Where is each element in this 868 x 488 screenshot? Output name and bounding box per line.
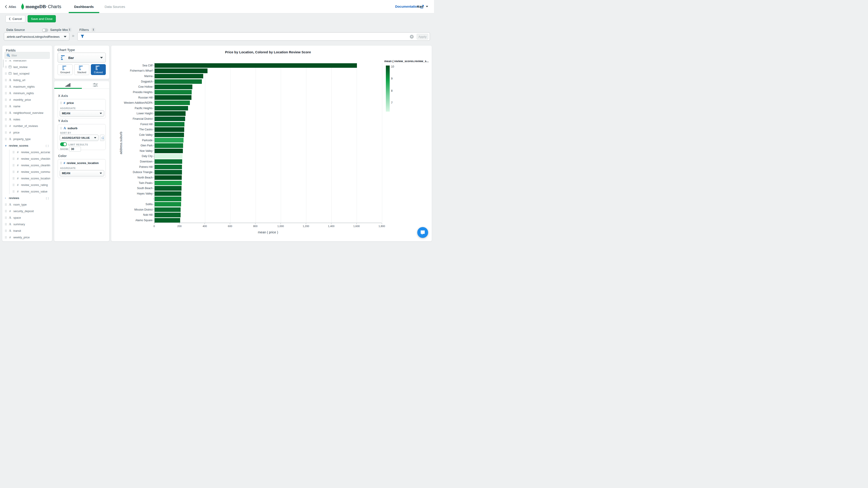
sample-mode-info-icon[interactable]: i [68, 28, 71, 32]
x-axis-field-chip[interactable]: # price [60, 101, 74, 105]
field-item-review_scores_accuracy[interactable]: #review_scores_accuracy [4, 149, 50, 156]
bar-dogpatch [155, 79, 202, 84]
chat-launcher-button[interactable] [417, 227, 428, 238]
string-type-icon: A [8, 104, 12, 108]
drag-handle-icon [5, 230, 7, 232]
field-item-review_scores_cleanliness[interactable]: #review_scores_cleanliness [4, 162, 50, 168]
drag-handle-icon [5, 66, 7, 68]
chevron-down-icon[interactable]: ∨ [5, 144, 7, 147]
y-label: Hayes Valley [112, 191, 154, 196]
field-item-summary[interactable]: Asummary [4, 221, 50, 228]
string-type-icon: A [8, 60, 12, 62]
filters-info-icon[interactable]: i [92, 28, 95, 32]
field-label: review_scores [9, 144, 28, 147]
bar-the-castro [155, 127, 184, 132]
field-item-property_type[interactable]: Aproperty_type [4, 136, 50, 142]
cancel-button[interactable]: Cancel [5, 15, 25, 22]
subtype-colored-button[interactable]: Colored [91, 64, 106, 75]
field-item-neighborhood_overview[interactable]: Aneighborhood_overview [4, 109, 50, 116]
field-item-transit[interactable]: Atransit [4, 228, 50, 234]
chart-bars-icon [66, 83, 70, 87]
field-item-space[interactable]: Aspace [4, 215, 50, 221]
field-item-review_scores[interactable]: ∨review_scores{ } [4, 142, 50, 149]
sort-by-value: AGGREGATED VALUE [62, 136, 90, 139]
field-item-interaction[interactable]: Ainteraction [4, 60, 50, 64]
apply-button[interactable]: Apply [416, 34, 428, 39]
field-item-monthly_price[interactable]: #monthly_price [4, 96, 50, 103]
field-item-security_deposit[interactable]: #security_deposit [4, 208, 50, 215]
field-item-name[interactable]: Aname [4, 103, 50, 109]
bar-mission-district [155, 207, 181, 212]
y-label [112, 196, 154, 202]
bar-potrero-hill [155, 165, 182, 169]
field-item-last_scraped[interactable]: last_scraped [4, 70, 50, 77]
chevron-right-icon[interactable]: › [5, 197, 7, 199]
field-item-reviews[interactable]: ›reviews[ ] [4, 195, 50, 201]
encoding-panel: X Axis # price AGGREGATE MEAN Y Axis A s… [54, 81, 109, 241]
subtype-grouped-button[interactable]: Grouped [58, 64, 72, 75]
field-item-maximum_nights[interactable]: Amaximum_nights [4, 84, 50, 90]
color-field-chip[interactable]: # review_scores_location [60, 161, 98, 165]
chevron-down-icon [100, 57, 103, 59]
fields-scrollbar[interactable] [3, 59, 4, 68]
sliders-icon [93, 83, 98, 87]
clear-filter-icon[interactable]: ✕ [410, 35, 414, 39]
x-tick [230, 223, 230, 224]
nav-tab-dashboards[interactable]: Dashboards [69, 0, 99, 13]
number-type-icon: # [8, 209, 12, 213]
data-source-select[interactable]: airbnb.sanFranciscoListingsAndReviews [4, 33, 69, 41]
save-and-close-button[interactable]: Save and Close [28, 15, 56, 22]
field-item-price[interactable]: #price [4, 129, 50, 136]
field-item-review_scores_location[interactable]: #review_scores_location [4, 175, 50, 182]
field-item-review_scores_communicat---[interactable]: #review_scores_communicat... [4, 168, 50, 175]
sample-mode-toggle[interactable] [42, 29, 48, 32]
field-item-notes[interactable]: Anotes [4, 116, 50, 123]
filter-funnel-icon [81, 35, 84, 38]
gridline [331, 63, 332, 223]
y-axis-field-chip[interactable]: A suburb [60, 126, 78, 130]
field-item-listing_url[interactable]: Alisting_url [4, 77, 50, 84]
filter-input-bar[interactable]: ✕ Apply [77, 32, 430, 41]
string-type-icon: A [8, 85, 12, 89]
field-label: reviews [9, 197, 19, 200]
user-menu[interactable]: Ken [417, 0, 428, 13]
chart-type-select[interactable]: Bar [58, 53, 106, 63]
field-label: security_deposit [13, 210, 34, 213]
bar-lower-haight [155, 111, 186, 116]
nav-tab-data-sources[interactable]: Data Sources [99, 0, 131, 13]
show-limit-input[interactable] [69, 147, 81, 152]
subtype-stacked-button[interactable]: Stacked [74, 64, 89, 75]
color-aggregate-value: MEAN [62, 172, 70, 175]
x-aggregate-label: AGGREGATE [60, 107, 76, 109]
field-search-input[interactable] [11, 54, 45, 57]
string-type-icon: A [8, 216, 12, 220]
field-item-review_scores_rating[interactable]: #review_scores_rating [4, 182, 50, 188]
limit-results-toggle[interactable] [60, 142, 67, 146]
x-aggregate-select[interactable]: MEAN [60, 110, 104, 117]
color-aggregate-select[interactable]: MEAN [60, 170, 104, 176]
field-item-last_review[interactable]: last_review [4, 64, 50, 70]
atlas-back-link[interactable]: Atlas [5, 0, 16, 13]
drag-handle-icon [5, 210, 7, 213]
tab-customize[interactable] [82, 81, 110, 89]
field-item-room_type[interactable]: Aroom_type [4, 201, 50, 208]
legend-tick-label: 7 [391, 101, 393, 104]
sort-direction-button[interactable]: ↑ 19 [100, 135, 104, 141]
drag-handle-icon [5, 223, 7, 225]
tab-encode[interactable] [54, 81, 82, 89]
field-item-review_scores_checkin[interactable]: #review_scores_checkin [4, 156, 50, 162]
field-label: transit [13, 229, 21, 232]
field-item-weekly_price[interactable]: #weekly_price [4, 234, 50, 240]
field-item-number_of_reviews[interactable]: #number_of_reviews [4, 123, 50, 129]
object-badge-icon: { } [46, 144, 49, 147]
bar-subtype-icon [62, 66, 68, 70]
field-item-minimum_nights[interactable]: Aminimum_nights [4, 90, 50, 96]
string-type-icon: A [8, 229, 12, 233]
y-label: Cole Valley [112, 132, 154, 138]
sort-by-select[interactable]: AGGREGATED VALUE [60, 135, 98, 141]
x-tick-label: 0 [153, 225, 155, 228]
field-item-review_scores_value[interactable]: #review_scores_value [4, 188, 50, 195]
plot-area [154, 63, 382, 223]
drag-handle-icon [5, 79, 7, 81]
y-label: Duboce Triangle [112, 170, 154, 175]
